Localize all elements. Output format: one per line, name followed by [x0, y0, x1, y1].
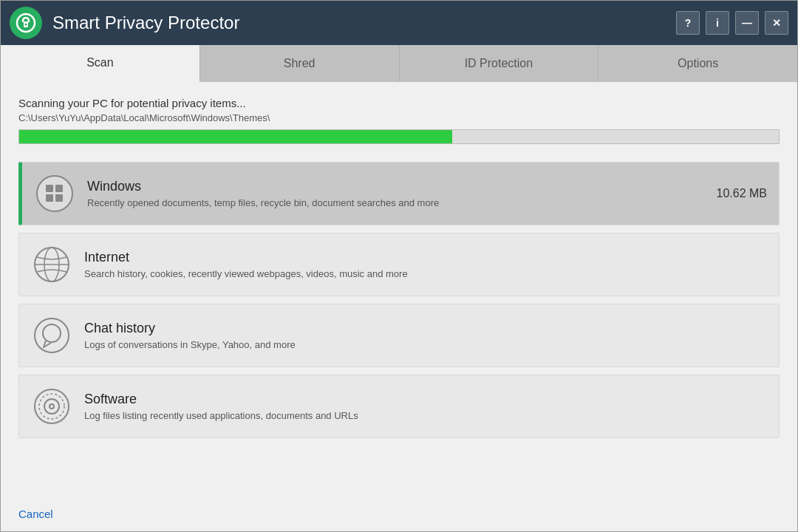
windows-desc: Recently opened documents, temp files, r… — [87, 197, 705, 208]
software-item[interactable]: Software Log files listing recently used… — [18, 375, 780, 438]
windows-name: Windows — [87, 179, 705, 194]
windows-info: Windows Recently opened documents, temp … — [87, 179, 705, 208]
window-controls: ? i — ✕ — [676, 11, 788, 35]
svg-point-11 — [35, 318, 69, 352]
scan-path: C:\Users\YuYu\AppData\Local\Microsoft\Wi… — [18, 112, 780, 123]
titlebar: Smart Privacy Protector ? i — ✕ — [1, 1, 797, 45]
chat-icon — [31, 315, 72, 356]
scan-status-text: Scanning your PC for potential privacy i… — [18, 97, 780, 109]
chat-name: Chat history — [84, 321, 767, 336]
svg-rect-5 — [55, 185, 63, 192]
chat-info: Chat history Logs of conversations in Sk… — [84, 321, 767, 350]
main-window: Smart Privacy Protector ? i — ✕ Scan Shr… — [0, 0, 798, 532]
svg-rect-4 — [46, 185, 53, 192]
internet-name: Internet — [84, 250, 767, 265]
windows-icon — [34, 173, 75, 214]
app-icon — [10, 7, 42, 39]
svg-rect-7 — [55, 194, 63, 202]
internet-item[interactable]: Internet Search history, cookies, recent… — [18, 233, 780, 296]
app-title: Smart Privacy Protector — [52, 13, 676, 33]
svg-rect-6 — [46, 194, 53, 202]
help-button[interactable]: ? — [676, 11, 700, 35]
cancel-button[interactable]: Cancel — [18, 508, 53, 520]
internet-desc: Search history, cookies, recently viewed… — [84, 268, 767, 279]
software-desc: Log files listing recently used applicat… — [84, 410, 767, 421]
scan-status: Scanning your PC for potential privacy i… — [18, 97, 780, 151]
windows-size: 10.62 MB — [717, 187, 767, 200]
software-info: Software Log files listing recently used… — [84, 392, 767, 421]
tab-scan[interactable]: Scan — [1, 45, 200, 82]
software-icon — [31, 386, 72, 427]
chat-desc: Logs of conversations in Skype, Yahoo, a… — [84, 339, 767, 350]
tab-id-protection[interactable]: ID Protection — [400, 45, 599, 82]
footer: Cancel — [1, 497, 797, 531]
tab-bar: Scan Shred ID Protection Options — [1, 45, 797, 82]
software-name: Software — [84, 392, 767, 407]
internet-info: Internet Search history, cookies, recent… — [84, 250, 767, 279]
internet-icon — [31, 244, 72, 285]
progress-bar — [18, 129, 780, 144]
svg-point-2 — [25, 24, 27, 26]
main-content: Scanning your PC for potential privacy i… — [1, 82, 797, 497]
minimize-button[interactable]: — — [735, 11, 759, 35]
progress-fill — [19, 130, 452, 143]
windows-item[interactable]: Windows Recently opened documents, temp … — [18, 162, 780, 225]
chat-history-item[interactable]: Chat history Logs of conversations in Sk… — [18, 304, 780, 367]
close-button[interactable]: ✕ — [765, 11, 788, 35]
svg-point-3 — [37, 176, 72, 211]
tab-options[interactable]: Options — [598, 45, 797, 82]
svg-point-13 — [35, 389, 69, 423]
info-button[interactable]: i — [706, 11, 729, 35]
tab-shred[interactable]: Shred — [200, 45, 400, 82]
